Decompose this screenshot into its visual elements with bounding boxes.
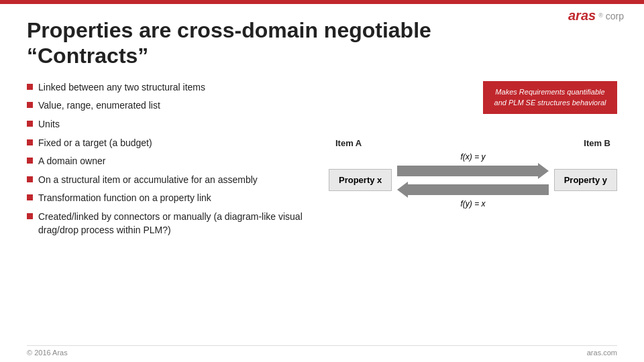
bullet-icon	[27, 139, 33, 145]
bullet-text: Value, range, enumerated list	[38, 99, 160, 113]
bullet-icon	[27, 121, 33, 127]
items-row: Item A Item B	[329, 138, 617, 148]
diagram-area: Item A Item B Property x f(x	[329, 138, 617, 208]
bullet-text: Transformation function on a property li…	[38, 192, 211, 205]
footer: © 2016 Aras aras.com	[27, 345, 617, 357]
slide: aras ® corp Properties are cross-domain …	[0, 0, 644, 362]
property-x-box: Property x	[329, 169, 392, 191]
bullet-icon	[27, 213, 33, 219]
arrow-shaft-right	[397, 166, 537, 176]
title-line2: “Contracts”	[27, 44, 148, 68]
bullet-text: Created/linked by connectors or manually…	[38, 210, 315, 237]
arrowhead-right	[538, 163, 549, 179]
list-item: Transformation function on a property li…	[27, 192, 315, 205]
property-x-label: Property x	[339, 175, 382, 185]
list-item: Fixed or a target (a budget)	[27, 137, 315, 150]
callout-box: Makes Requirements quantifiable and PLM …	[483, 81, 617, 114]
logo-aras: aras	[568, 8, 596, 23]
website-text: aras.com	[587, 349, 617, 357]
list-item: Units	[27, 118, 315, 131]
item-b-label: Item B	[584, 138, 610, 148]
fx-label: f(x) = y	[397, 152, 548, 162]
bullet-icon	[27, 176, 33, 182]
logo: aras ® corp	[568, 8, 624, 23]
item-a-label: Item A	[335, 138, 362, 148]
property-y-box: Property y	[554, 169, 617, 191]
bullet-icon	[27, 158, 33, 164]
slide-title: Properties are cross-domain negotiable “…	[27, 17, 617, 69]
bullet-icon	[27, 84, 33, 90]
bullet-text: A domain owner	[38, 155, 105, 168]
list-item: Created/linked by connectors or manually…	[27, 210, 315, 237]
list-item: A domain owner	[27, 155, 315, 168]
bullet-text: Fixed or a target (a budget)	[38, 137, 152, 150]
copyright-text: © 2016 Aras	[27, 349, 68, 357]
list-item: Value, range, enumerated list	[27, 99, 315, 113]
arrow-left	[397, 182, 548, 198]
right-panel: Makes Requirements quantifiable and PLM …	[329, 81, 617, 355]
list-item: Linked between any two structural items	[27, 81, 315, 95]
list-item: On a structural item or accumulative for…	[27, 174, 315, 187]
content-area: Properties are cross-domain negotiable “…	[0, 4, 644, 362]
arrowhead-left	[397, 182, 408, 198]
callout-text: Makes Requirements quantifiable and PLM …	[494, 88, 606, 107]
bullet-text: On a structural item or accumulative for…	[38, 174, 258, 187]
logo-corp: corp	[606, 11, 624, 21]
bullet-list: Linked between any two structural items …	[27, 81, 315, 355]
main-columns: Linked between any two structural items …	[27, 81, 617, 355]
bullet-icon	[27, 194, 33, 200]
bullet-icon	[27, 102, 33, 108]
bullet-text: Linked between any two structural items	[38, 81, 205, 95]
property-y-label: Property y	[564, 175, 607, 185]
bullet-text: Units	[38, 118, 60, 131]
title-line1: Properties are cross-domain negotiable	[27, 18, 431, 42]
logo-symbol: ®	[598, 13, 603, 19]
arrow-shaft-left	[408, 184, 548, 195]
arrow-right	[397, 163, 548, 179]
fy-label: f(y) = x	[397, 199, 548, 208]
